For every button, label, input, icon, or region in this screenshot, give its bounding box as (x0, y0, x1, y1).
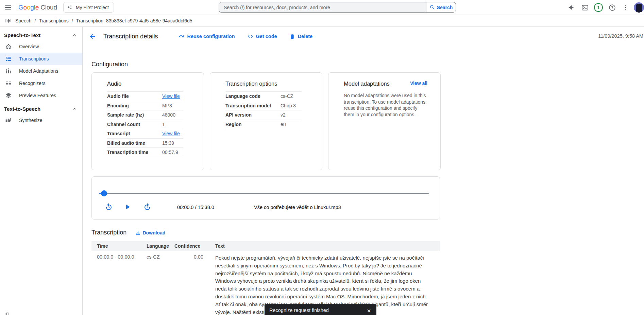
property-label: Region (225, 121, 281, 128)
svg-text:?: ? (611, 5, 613, 10)
property-value: 15:39 (162, 140, 174, 146)
logo-letter: o (23, 4, 27, 11)
header-actions: Reuse configuration Get code Delete (178, 33, 312, 39)
menu-icon[interactable] (0, 0, 16, 15)
cloud-shell-icon[interactable] (578, 0, 592, 15)
transcription-options-card: Transcription options Language code cs-C… (210, 72, 322, 170)
logo-cloud-text: Cloud (40, 4, 57, 11)
nav-section-title: Speech-to-Text (4, 32, 40, 38)
more-options-icon[interactable] (619, 0, 632, 15)
top-bar: Google Cloud My First Project Search 1 ? (0, 0, 644, 15)
view-transcript-file-link[interactable]: View file (162, 131, 180, 136)
breadcrumb-separator: / (72, 18, 73, 23)
cell-confidence: 0.00 (174, 254, 203, 315)
get-code-button[interactable]: Get code (247, 33, 277, 39)
view-all-link[interactable]: View all (410, 81, 427, 86)
svg-text:5: 5 (108, 206, 109, 209)
cell-language: cs-CZ (147, 254, 174, 315)
property-row: Audio file View file (107, 92, 183, 101)
gemini-sparkle-icon[interactable] (564, 0, 578, 15)
sidebar-item-overview[interactable]: Overview (0, 40, 82, 53)
configuration-heading: Configuration (91, 61, 644, 68)
logo-letter: e (35, 4, 39, 11)
property-row: API version v2 (225, 110, 302, 120)
transcription-header: Transcription Download (91, 229, 644, 236)
search-button-label: Search (437, 5, 453, 10)
audio-player: 5 5 00:00.0 / 15:38.0 Vše co potřebujete… (91, 176, 440, 220)
search-button[interactable]: Search (426, 2, 456, 13)
property-value: 1 (162, 121, 165, 128)
reuse-configuration-button[interactable]: Reuse configuration (178, 33, 235, 39)
search-input[interactable] (219, 2, 426, 13)
property-row: Transcription model Chirp 3 (225, 101, 302, 111)
search-icon (429, 4, 435, 10)
page-title: Transcription details (103, 33, 158, 40)
sidebar-item-synthesize[interactable]: Synthesize (0, 114, 82, 126)
property-label: Language code (225, 93, 281, 100)
property-row: Transcript View file (107, 129, 183, 139)
download-label: Download (142, 230, 165, 235)
cell-time: 00:00.0 - 00:00.0 (91, 254, 147, 315)
view-audio-file-link[interactable]: View file (162, 93, 180, 99)
project-icon (67, 4, 73, 10)
code-icon (247, 33, 253, 39)
property-value: cs-CZ (281, 93, 293, 100)
download-button[interactable]: Download (135, 230, 165, 235)
download-icon (135, 230, 141, 235)
property-row: Region eu (225, 120, 302, 129)
seek-bar-thumb[interactable] (101, 190, 107, 196)
nav-section-text-to-speech[interactable]: Text-to-Speech (0, 104, 82, 114)
get-code-label: Get code (256, 34, 277, 39)
audio-card: Audio Audio file View file Encoding MP3 … (91, 72, 204, 170)
forward-5-button[interactable]: 5 (143, 203, 151, 211)
topbar-icons: 1 ? (564, 0, 644, 15)
snackbar-toast: Recognize request finished ✕ (265, 304, 376, 315)
delete-button[interactable]: Delete (289, 34, 313, 39)
sidebar-item-preview-features[interactable]: Preview Features (0, 89, 82, 102)
property-value: eu (281, 121, 286, 128)
redo-icon (178, 33, 184, 39)
logo-letter: g (30, 4, 34, 11)
sidebar-item-transcriptions[interactable]: Transcriptions (0, 53, 82, 65)
project-picker-button[interactable]: My First Project (63, 2, 114, 13)
seek-bar-track[interactable] (99, 193, 429, 194)
column-header-time: Time (91, 243, 147, 249)
svg-text:5: 5 (147, 206, 148, 209)
model-adaptations-title: Model adaptations (344, 81, 390, 87)
collapse-nav-icon[interactable] (3, 311, 10, 315)
global-search: Search (219, 2, 456, 13)
property-value: v2 (281, 112, 286, 118)
breadcrumb-speech[interactable]: Speech (15, 18, 31, 23)
play-button[interactable] (123, 203, 132, 211)
back-arrow-button[interactable] (86, 30, 99, 43)
bar-chart-icon (5, 68, 12, 74)
column-header-confidence: Confidence (174, 243, 203, 249)
chevron-up-icon (72, 33, 77, 37)
model-adaptations-card: Model adaptations View all No model adap… (328, 72, 441, 170)
audio-card-title: Audio (107, 81, 197, 87)
replay-5-button[interactable]: 5 (105, 203, 113, 211)
help-icon[interactable]: ? (605, 0, 619, 15)
free-trial-badge[interactable]: 1 (592, 0, 605, 15)
sidebar-item-label: Recognizers (19, 81, 46, 86)
delete-label: Delete (298, 34, 313, 39)
nav-section-speech-to-text[interactable]: Speech-to-Text (0, 30, 82, 40)
sidebar-item-label: Preview Features (19, 93, 56, 98)
google-cloud-logo[interactable]: Google Cloud (18, 4, 57, 11)
property-label: Transcription model (225, 103, 281, 109)
sidebar-item-model-adaptations[interactable]: Model Adaptations (0, 65, 82, 77)
sidebar-item-recognizers[interactable]: Recognizers (0, 77, 82, 89)
property-value: Chirp 3 (281, 103, 296, 109)
toast-message: Recognize request finished (269, 308, 366, 313)
property-row: Channel count 1 (107, 120, 183, 129)
table-header-row: Time Language Confidence Text (91, 241, 440, 251)
transcription-options-title: Transcription options (225, 81, 315, 87)
breadcrumb-transcriptions[interactable]: Transcriptions (39, 18, 68, 23)
layers-icon (5, 92, 12, 99)
breadcrumb: Speech / Transcriptions / Transcription:… (0, 15, 644, 27)
account-avatar[interactable] (634, 2, 644, 13)
close-icon[interactable]: ✕ (366, 308, 372, 314)
main-content: Transcription details Reuse configuratio… (83, 27, 644, 315)
audio-filename: Vše co potřebujete vědět o Linuxu!.mp3 (254, 205, 341, 210)
logo-letter: G (18, 4, 23, 11)
